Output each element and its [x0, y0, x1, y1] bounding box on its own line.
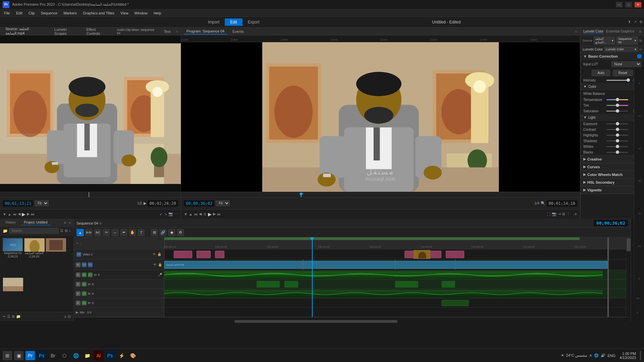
vscrollbar-thumb[interactable] [627, 238, 631, 251]
track-select-tool[interactable]: ⊳⊳ [85, 229, 93, 236]
audio-clip-a1[interactable] [164, 271, 603, 279]
menu-view[interactable]: View [118, 10, 131, 16]
taskbar-bridge[interactable]: Br [48, 351, 58, 360]
source-play[interactable]: ▶ [22, 212, 25, 217]
tab-export[interactable]: Export [243, 18, 265, 26]
audio-clip-a2-3[interactable] [395, 281, 418, 288]
sequence-dropdown[interactable]: Sequence 04 ▾ [616, 37, 638, 45]
audio-clip-a2-1[interactable] [257, 281, 280, 288]
v1-lock-icon[interactable]: 🔒 [158, 263, 162, 266]
source-timecode[interactable]: 00;01;13;21 [3, 200, 33, 206]
list-item[interactable] [46, 238, 66, 276]
essential-graphics-tab[interactable]: Essential Graphics [606, 29, 634, 34]
a1-label-btn[interactable]: A1 [82, 273, 87, 277]
network-icon[interactable]: 🌐 [594, 353, 599, 358]
tab-project[interactable]: Project: Untitled [21, 220, 50, 225]
show-desktop-btn[interactable] [640, 351, 641, 360]
tint-slider[interactable] [606, 105, 628, 106]
program-timecode[interactable]: 00;00;36;02 [184, 200, 214, 206]
zoom-in-icon[interactable]: + [76, 241, 78, 245]
menu-help[interactable]: Help [151, 10, 164, 16]
tab-audio-mixer[interactable]: Audio Clip Mixer: Sequence 04 [114, 27, 159, 36]
audio-clip-a2-4[interactable] [441, 281, 455, 288]
program-prev[interactable]: ⏮ [194, 212, 198, 216]
audio-clip-a3[interactable] [164, 290, 603, 297]
main-video-clip[interactable]: الحلقة السابعة.mp [164, 261, 607, 269]
a4-solo[interactable]: S [92, 301, 94, 305]
saturation-slider[interactable] [606, 111, 628, 112]
program-mark-in[interactable]: ▼ [184, 212, 187, 216]
contrast-slider[interactable] [606, 129, 628, 130]
program-step-back[interactable]: ◀ [199, 212, 202, 216]
list-icon[interactable]: ☰ [7, 314, 10, 319]
pen-tool[interactable]: ✒ [120, 229, 127, 236]
panel-menu-icon[interactable]: ≡ [639, 29, 641, 34]
tab-source[interactable]: Source: الحلقة السابعة.mp4 [3, 26, 49, 37]
source-more[interactable]: ⋯ [174, 212, 178, 216]
a3-sync-btn[interactable]: ⏵ [76, 291, 80, 296]
pen-tool-icon[interactable]: ✏ [3, 314, 6, 319]
linked-select[interactable]: 🔗 [159, 229, 167, 236]
clock-area[interactable]: 1:00 PM 4/13/2023 [618, 352, 637, 360]
project-panel-expand[interactable]: » [69, 221, 71, 225]
source-fit-select[interactable]: Fit [35, 200, 49, 206]
selection-tool[interactable]: ▲ [76, 229, 84, 236]
video-clip[interactable] [174, 251, 192, 258]
program-fit-select[interactable]: Fit [216, 200, 230, 206]
program-step-fwd[interactable]: ▶ [213, 212, 216, 216]
shadows-slider[interactable] [606, 140, 628, 141]
zoom-out-icon[interactable]: - [80, 241, 81, 245]
slip-tool[interactable]: ↔ [111, 229, 119, 236]
v1-eye-icon[interactable]: 👁 [153, 263, 157, 266]
grid-icon[interactable]: ⊞ [12, 314, 15, 319]
video-clip[interactable] [446, 251, 464, 258]
program-play[interactable]: ▶ [208, 212, 212, 217]
taskbar-chrome[interactable]: 🌐 [71, 351, 80, 360]
blacks-slider[interactable] [606, 152, 628, 153]
a4-sync-btn[interactable]: ⏵ [76, 301, 80, 305]
taskbar-ps2[interactable]: Ps [105, 351, 115, 360]
folder-icon[interactable]: 📁 [16, 314, 21, 319]
program-mark-out[interactable]: ▲ [189, 212, 193, 216]
input-lut-select[interactable]: None [611, 61, 642, 67]
source-export-frame[interactable]: 📷 [168, 212, 173, 216]
tray-up-arrow[interactable]: ∧ [589, 353, 592, 358]
a1-record-btn[interactable]: A1 [88, 273, 93, 277]
a2-label-btn[interactable]: A2 [82, 282, 87, 287]
tab-text[interactable]: Text [161, 29, 173, 34]
snap-toggle[interactable]: ⊞ [151, 229, 158, 236]
program-stop[interactable]: ⏸ [203, 212, 207, 216]
source-panel-close[interactable]: ≡ [176, 29, 178, 34]
list-item[interactable]: الحلقة السابعة 2;28:20 [24, 238, 44, 276]
a3-label-btn[interactable]: A3 [82, 291, 87, 296]
v2-lock-icon[interactable]: 🔒 [157, 252, 161, 256]
tab-import[interactable]: Import [203, 18, 225, 26]
menu-file[interactable]: File [1, 10, 13, 16]
tab-effect-controls[interactable]: Effect Controls [84, 27, 112, 36]
close-button[interactable]: ✕ [635, 2, 641, 7]
new-bin-icon[interactable]: 📁 [3, 229, 8, 233]
taskbar-illustrator[interactable]: Ai [94, 351, 103, 360]
start-button[interactable]: ⊞ [3, 351, 12, 360]
source-overwrite[interactable]: ↘ [164, 212, 167, 216]
thumbnail-clip[interactable] [414, 250, 430, 259]
timeline-settings[interactable]: ⚙ [177, 229, 184, 236]
menu-markers[interactable]: Markers [61, 10, 79, 16]
sort-icon[interactable]: ≡ [64, 315, 66, 319]
list-view-icon[interactable]: ☰ [60, 229, 63, 233]
menu-clip[interactable]: Clip [26, 10, 38, 16]
tab-lumetri-scopes[interactable]: Lumetri Scopes [52, 27, 81, 36]
a2-mute[interactable]: M [88, 283, 91, 286]
a3-mute[interactable]: M [88, 292, 91, 295]
source-mark-out[interactable]: ▲ [8, 212, 11, 216]
v1-record-btn[interactable]: V1 [88, 262, 93, 267]
window-controls[interactable]: — □ ✕ [616, 2, 641, 7]
program-btn4[interactable]: ⊞ [562, 212, 565, 216]
menu-graphics[interactable]: Graphics and Titles [80, 10, 117, 16]
icon-view-icon[interactable]: ⊞ [65, 229, 68, 233]
source-insert[interactable]: ↙ [160, 212, 163, 216]
auto-button[interactable]: Auto [592, 70, 610, 76]
a4-label-btn[interactable]: A4 [82, 301, 87, 305]
audio-clip-a2-2[interactable] [284, 281, 298, 288]
v2-eye-icon[interactable]: 👁 [153, 252, 156, 256]
